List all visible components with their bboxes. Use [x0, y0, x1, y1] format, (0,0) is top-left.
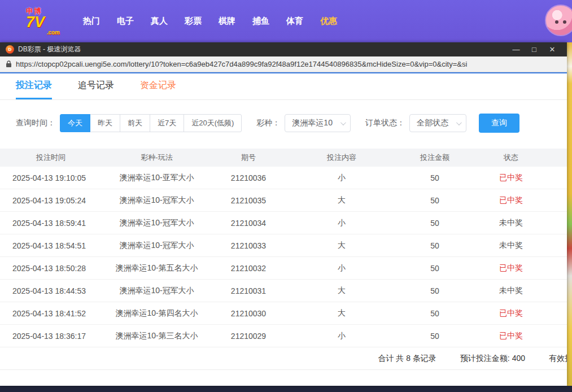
summary-bar: 合计 共 8 条记录 预计投注金额: 400 有效投注金额 [0, 347, 567, 370]
issue-number: 21210036 [212, 173, 285, 182]
bet-content: 小 [285, 331, 398, 341]
bet-time: 2025-04-13 18:59:41 [0, 219, 102, 228]
game-play: 澳洲幸运10-冠军大小 [102, 286, 212, 296]
time-filter-5[interactable]: 近20天(低频) [184, 114, 242, 132]
issue-number: 21210034 [212, 219, 285, 228]
bet-time: 2025-04-13 18:44:53 [0, 286, 102, 295]
address-bar[interactable]: https://ctopcp02pcali.uengi5e.com/lotter… [0, 56, 567, 72]
bet-records-table: 投注时间彩种-玩法期号投注内容投注金额状态 2025-04-13 19:10:0… [0, 149, 567, 347]
order-status-label: 订单状态： [365, 118, 405, 128]
logo-suffix-text: .com [26, 30, 60, 36]
bet-content: 大 [285, 195, 398, 206]
table-row: 2025-04-13 18:41:52澳洲幸运10-第四名大小21210030大… [0, 302, 567, 325]
issue-number: 21210035 [212, 196, 285, 205]
user-avatar[interactable] [545, 5, 572, 36]
bet-amount: 50 [398, 286, 471, 295]
table-row: 2025-04-13 18:44:53澳洲幸运10-冠军大小21210031大5… [0, 280, 567, 302]
table-row: 2025-04-13 18:59:41澳洲幸运10-冠军大小21210034小5… [0, 212, 567, 234]
bet-amount: 50 [398, 309, 471, 318]
background-page-bottom [0, 386, 572, 392]
time-filter-2[interactable]: 昨天 [90, 114, 120, 132]
status-badge: 未中奖 [471, 286, 551, 296]
time-filter-group: 今天昨天前天近7天近20天(低频) [60, 114, 242, 132]
table-row: 2025-04-13 18:50:28澳洲幸运10-第五名大小21210032小… [0, 257, 567, 280]
time-filter-3[interactable]: 前天 [120, 114, 150, 132]
column-header: 投注时间 [0, 153, 102, 163]
game-play: 澳洲幸运10-冠军大小 [102, 241, 212, 251]
game-play: 澳洲幸运10-第五名大小 [102, 263, 212, 273]
url-text[interactable]: https://ctopcp02pcali.uengi5e.com/lotter… [16, 60, 561, 68]
minimize-icon[interactable]: — [507, 45, 525, 54]
order-status-value: 全部状态 [417, 118, 448, 128]
time-filter-1[interactable]: 今天 [60, 114, 90, 132]
table-row: 2025-04-13 19:05:24澳洲幸运10-冠军大小21210035大5… [0, 189, 567, 212]
status-badge: 已中奖 [471, 263, 551, 273]
chevron-down-icon [456, 120, 462, 125]
tab-1[interactable]: 投注记录 [16, 73, 52, 99]
bet-amount: 50 [398, 264, 471, 273]
nav-item-7[interactable]: 体育 [286, 16, 303, 27]
window-controls: — □ ✕ [507, 45, 561, 54]
lock-icon [6, 60, 12, 68]
bet-content: 大 [285, 286, 398, 296]
bet-time: 2025-04-13 18:36:17 [0, 332, 102, 341]
bet-time: 2025-04-13 19:05:24 [0, 196, 102, 205]
tabs: 投注记录追号记录资金记录 [0, 73, 567, 100]
time-filter-label: 查询时间： [16, 118, 55, 128]
tab-3[interactable]: 资金记录 [140, 73, 176, 99]
issue-number: 21210030 [212, 309, 285, 318]
status-badge: 未中奖 [471, 241, 551, 251]
summary-valid-amount: 有效投注金额 [549, 354, 567, 364]
column-header: 状态 [471, 153, 551, 163]
nav-item-5[interactable]: 棋牌 [219, 16, 235, 27]
browser-app-icon: D [6, 45, 14, 54]
table-body: 2025-04-13 19:10:05澳洲幸运10-亚军大小21210036小5… [0, 167, 567, 347]
status-badge: 未中奖 [471, 218, 551, 228]
table-row: 2025-04-13 18:36:17澳洲幸运10-第三名大小21210029小… [0, 325, 567, 347]
window-title: DB彩票 - 极速浏览器 [18, 45, 81, 54]
bet-amount: 50 [398, 173, 471, 182]
bet-content: 大 [285, 308, 398, 319]
column-header: 期号 [212, 153, 285, 163]
status-badge: 已中奖 [471, 308, 551, 319]
site-logo[interactable]: 申博 7V .com [26, 7, 60, 36]
column-header: 投注内容 [285, 153, 398, 163]
nav-item-2[interactable]: 电子 [117, 16, 134, 27]
order-status-select[interactable]: 全部状态 [409, 114, 466, 132]
nav-item-6[interactable]: 捕鱼 [252, 16, 269, 27]
column-header: 彩种-玩法 [102, 153, 212, 163]
tab-2[interactable]: 追号记录 [78, 73, 114, 99]
nav-item-1[interactable]: 热门 [83, 16, 100, 27]
bet-amount: 50 [398, 241, 471, 250]
status-badge: 已中奖 [471, 195, 551, 206]
issue-number: 21210029 [212, 332, 285, 341]
status-badge: 已中奖 [471, 331, 551, 341]
bet-content: 大 [285, 241, 398, 251]
page-root: 申博 7V .com 热门电子真人彩票棋牌捕鱼体育优惠 D DB彩票 - 极速浏… [0, 0, 572, 392]
filter-bar: 查询时间： 今天昨天前天近7天近20天(低频) 彩种： 澳洲幸运10 订单状态：… [16, 114, 567, 133]
browser-window: D DB彩票 - 极速浏览器 — □ ✕ https://ctopcp02pca… [0, 42, 567, 386]
bet-content: 小 [285, 173, 398, 183]
game-play: 澳洲幸运10-第四名大小 [102, 308, 212, 319]
page-content: 投注记录追号记录资金记录 查询时间： 今天昨天前天近7天近20天(低频) 彩种：… [0, 72, 567, 386]
close-icon[interactable]: ✕ [543, 45, 561, 54]
time-filter-4[interactable]: 近7天 [150, 114, 184, 132]
summary-expected-amount: 预计投注金额: 400 [460, 354, 525, 364]
nav-item-8[interactable]: 优惠 [320, 16, 337, 27]
bet-amount: 50 [398, 219, 471, 228]
status-badge: 已中奖 [471, 173, 551, 183]
query-button[interactable]: 查询 [479, 114, 519, 133]
table-row: 2025-04-13 18:54:51澳洲幸运10-冠军大小21210033大5… [0, 234, 567, 257]
window-titlebar[interactable]: D DB彩票 - 极速浏览器 — □ ✕ [0, 42, 567, 56]
site-nav: 热门电子真人彩票棋牌捕鱼体育优惠 [75, 16, 346, 27]
lottery-select-value: 澳洲幸运10 [292, 118, 333, 128]
issue-number: 21210031 [212, 286, 285, 295]
nav-item-3[interactable]: 真人 [151, 16, 168, 27]
table-row: 2025-04-13 19:10:05澳洲幸运10-亚军大小21210036小5… [0, 167, 567, 189]
game-play: 澳洲幸运10-冠军大小 [102, 218, 212, 228]
table-header: 投注时间彩种-玩法期号投注内容投注金额状态 [0, 149, 567, 167]
maximize-icon[interactable]: □ [525, 45, 543, 54]
lottery-select[interactable]: 澳洲幸运10 [285, 114, 351, 132]
nav-item-4[interactable]: 彩票 [185, 16, 202, 27]
logo-main-text: 7V [26, 15, 60, 30]
